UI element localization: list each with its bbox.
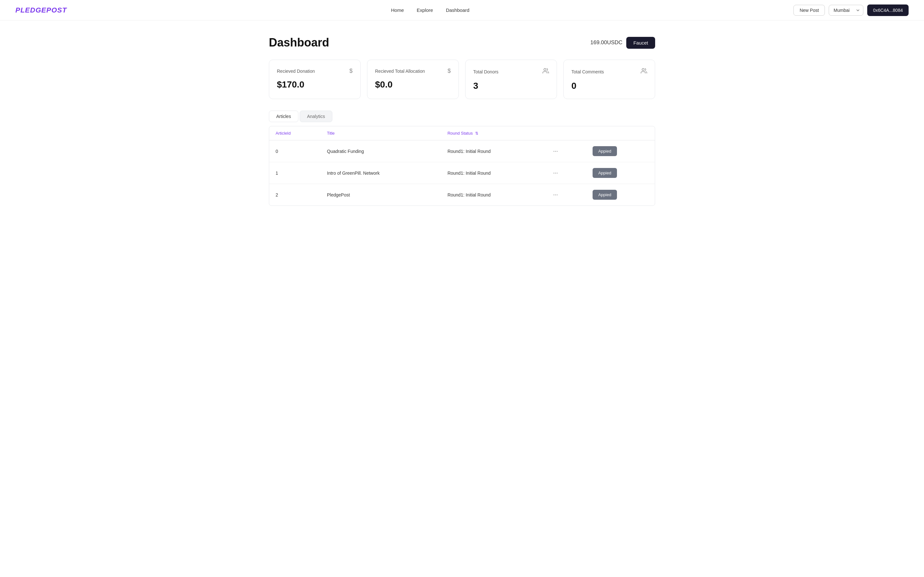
cell-round-status: Round1: Initial Round (441, 140, 544, 162)
stat-label-total-allocation: Recieved Total Allocation (375, 69, 425, 74)
tabs: Articles Analytics (269, 111, 655, 122)
cell-round-status: Round1: Initial Round (441, 162, 544, 184)
ellipsis-button[interactable]: ··· (551, 190, 561, 199)
stat-label-total-donors: Total Donors (473, 69, 499, 74)
page-title: Dashboard (269, 36, 329, 49)
cell-article-id: 2 (269, 184, 320, 206)
table-row: 2 PledgePost Round1: Initial Round ··· A… (269, 184, 655, 206)
brand-logo: PLEDGEPOST (15, 6, 67, 15)
table-header-row: ArticleId Title Round Status ⇅ (269, 126, 655, 140)
table-row: 0 Quadratic Funding Round1: Initial Roun… (269, 140, 655, 162)
nav-explore[interactable]: Explore (417, 7, 433, 13)
cell-title: PledgePost (320, 184, 441, 206)
navbar-right: New Post Mumbai Delhi Bangalore 0x6C4A..… (793, 5, 909, 16)
stat-card-header: Recieved Total Allocation $ (375, 68, 451, 74)
col-round-status[interactable]: Round Status ⇅ (441, 126, 544, 140)
applied-button[interactable]: Appied (593, 146, 617, 156)
wallet-button[interactable]: 0x6C4A...8084 (867, 5, 909, 16)
cell-ellipsis[interactable]: ··· (544, 162, 586, 184)
stat-card-received-donation: Recieved Donation $ $170.0 (269, 60, 360, 99)
tab-articles[interactable]: Articles (269, 111, 298, 122)
cell-ellipsis[interactable]: ··· (544, 184, 586, 206)
cell-title: Intro of GreenPill. Network (320, 162, 441, 184)
usdc-balance: 169.00USDC (590, 39, 622, 46)
cell-round-status: Round1: Initial Round (441, 184, 544, 206)
nav-links: Home Explore Dashboard (391, 7, 469, 13)
main-content: Dashboard 169.00USDC Faucet Recieved Don… (254, 21, 670, 206)
new-post-button[interactable]: New Post (793, 5, 825, 16)
navbar: PLEDGEPOST Home Explore Dashboard New Po… (0, 0, 924, 21)
users-icon (543, 68, 549, 76)
faucet-button[interactable]: Faucet (626, 37, 655, 49)
col-status (586, 126, 655, 140)
stat-label-total-comments: Total Comments (572, 69, 604, 74)
svg-point-0 (544, 69, 546, 71)
stat-label-received-donation: Recieved Donation (277, 69, 315, 74)
stat-card-total-donors: Total Donors 3 (465, 60, 557, 99)
cell-title: Quadratic Funding (320, 140, 441, 162)
dashboard-header: Dashboard 169.00USDC Faucet (269, 36, 655, 49)
stat-card-total-allocation: Recieved Total Allocation $ $0.0 (367, 60, 459, 99)
stat-card-total-comments: Total Comments 0 (564, 60, 655, 99)
col-actions (544, 126, 586, 140)
cell-article-id: 1 (269, 162, 320, 184)
stat-card-header: Total Donors (473, 68, 549, 76)
nav-home[interactable]: Home (391, 7, 404, 13)
nav-dashboard[interactable]: Dashboard (446, 7, 469, 13)
applied-button[interactable]: Appied (593, 190, 617, 200)
col-title: Title (320, 126, 441, 140)
articles-table: ArticleId Title Round Status ⇅ 0 Quadrat… (269, 126, 655, 206)
cell-applied[interactable]: Appied (586, 162, 655, 184)
stat-card-header: Recieved Donation $ (277, 68, 352, 74)
dollar-icon: $ (349, 68, 352, 74)
col-article-id: ArticleId (269, 126, 320, 140)
table-row: 1 Intro of GreenPill. Network Round1: In… (269, 162, 655, 184)
stats-grid: Recieved Donation $ $170.0 Recieved Tota… (269, 60, 655, 99)
svg-point-1 (642, 69, 644, 71)
stat-value-total-allocation: $0.0 (375, 79, 451, 90)
stat-value-received-donation: $170.0 (277, 79, 352, 90)
cell-article-id: 0 (269, 140, 320, 162)
stat-card-header: Total Comments (572, 68, 647, 76)
cell-applied[interactable]: Appied (586, 184, 655, 206)
dashboard-right-controls: 169.00USDC Faucet (590, 37, 655, 49)
stat-value-total-donors: 3 (473, 81, 549, 91)
dollar-icon-2: $ (447, 68, 451, 74)
sort-icon: ⇅ (475, 131, 478, 135)
tab-analytics[interactable]: Analytics (300, 111, 333, 122)
cell-applied[interactable]: Appied (586, 140, 655, 162)
cell-ellipsis[interactable]: ··· (544, 140, 586, 162)
applied-button[interactable]: Appied (593, 168, 617, 178)
ellipsis-button[interactable]: ··· (551, 147, 561, 156)
stat-value-total-comments: 0 (572, 81, 647, 91)
ellipsis-button[interactable]: ··· (551, 168, 561, 177)
city-select[interactable]: Mumbai Delhi Bangalore (829, 5, 863, 16)
users-icon-2 (641, 68, 647, 76)
